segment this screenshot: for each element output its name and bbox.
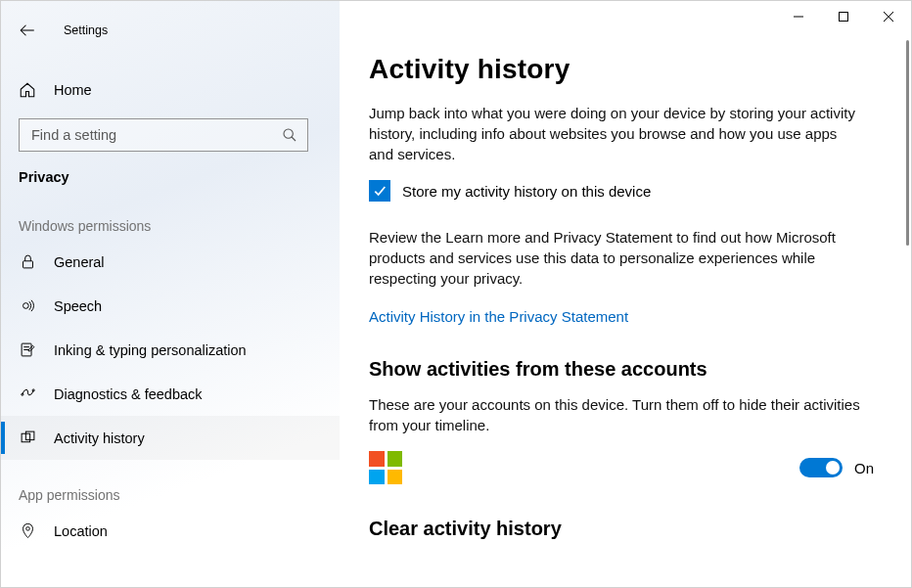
sidebar-item-general[interactable]: General — [1, 240, 340, 284]
svg-point-16 — [25, 527, 29, 531]
home-icon — [19, 81, 36, 99]
search-icon — [282, 127, 297, 143]
account-toggle[interactable] — [799, 458, 843, 477]
sidebar-home[interactable]: Home — [1, 68, 340, 113]
svg-rect-1 — [840, 13, 848, 22]
svg-rect-7 — [23, 261, 32, 268]
scrollbar-thumb[interactable] — [906, 40, 909, 246]
sidebar-item-label: General — [54, 254, 105, 270]
account-row: On — [369, 451, 874, 484]
maximize-button[interactable] — [821, 1, 866, 32]
account-toggle-wrap: On — [799, 458, 874, 477]
page-title: Activity history — [369, 54, 874, 85]
sidebar-group-windows-permissions: Windows permissions — [1, 191, 340, 240]
close-button[interactable] — [866, 1, 911, 32]
svg-point-8 — [23, 303, 28, 309]
sidebar-item-label: Location — [54, 523, 108, 539]
window-body: Settings Home Privacy Windows permission… — [1, 1, 911, 587]
search-input[interactable] — [29, 126, 282, 144]
checkbox-label: Store my activity history on this device — [402, 183, 651, 200]
intro-text: Jump back into what you were doing on yo… — [369, 103, 858, 164]
accounts-desc: These are your accounts on this device. … — [369, 394, 874, 435]
sidebar-current-section: Privacy — [1, 152, 340, 191]
activity-icon — [19, 430, 36, 446]
sidebar-group-app-permissions: App permissions — [1, 460, 340, 509]
sidebar-item-inking[interactable]: Inking & typing personalization — [1, 328, 340, 372]
toggle-state-label: On — [854, 460, 874, 476]
search-wrap — [1, 113, 340, 152]
sidebar-item-speech[interactable]: Speech — [1, 284, 340, 328]
svg-point-12 — [21, 393, 23, 395]
svg-point-5 — [284, 129, 293, 138]
checkbox-checked-icon — [369, 180, 390, 202]
sidebar-item-activity-history[interactable]: Activity history — [1, 416, 340, 460]
content-area: Activity history Jump back into what you… — [340, 1, 911, 587]
sidebar-item-label: Diagnostics & feedback — [54, 386, 203, 402]
sidebar: Settings Home Privacy Windows permission… — [1, 1, 340, 587]
clear-history-heading: Clear activity history — [369, 518, 874, 540]
titlebar — [1, 1, 911, 32]
store-history-checkbox[interactable]: Store my activity history on this device — [369, 180, 874, 202]
inking-icon — [19, 341, 36, 358]
location-icon — [19, 522, 36, 539]
sidebar-item-label: Inking & typing personalization — [54, 342, 247, 358]
lock-icon — [19, 253, 36, 270]
privacy-statement-link[interactable]: Activity History in the Privacy Statemen… — [369, 308, 628, 325]
speech-icon — [19, 297, 36, 314]
sidebar-home-label: Home — [54, 82, 92, 98]
accounts-heading: Show activities from these accounts — [369, 358, 874, 381]
search-box[interactable] — [19, 118, 308, 152]
sidebar-item-label: Activity history — [54, 430, 145, 446]
microsoft-logo-icon — [369, 451, 402, 484]
sidebar-item-location[interactable]: Location — [1, 509, 340, 553]
minimize-button[interactable] — [776, 1, 821, 32]
svg-line-6 — [292, 137, 296, 141]
settings-window: Settings Home Privacy Windows permission… — [0, 0, 912, 588]
diagnostics-icon — [19, 385, 36, 402]
review-text: Review the Learn more and Privacy Statem… — [369, 227, 858, 289]
sidebar-item-diagnostics[interactable]: Diagnostics & feedback — [1, 372, 340, 416]
sidebar-item-label: Speech — [54, 298, 102, 314]
